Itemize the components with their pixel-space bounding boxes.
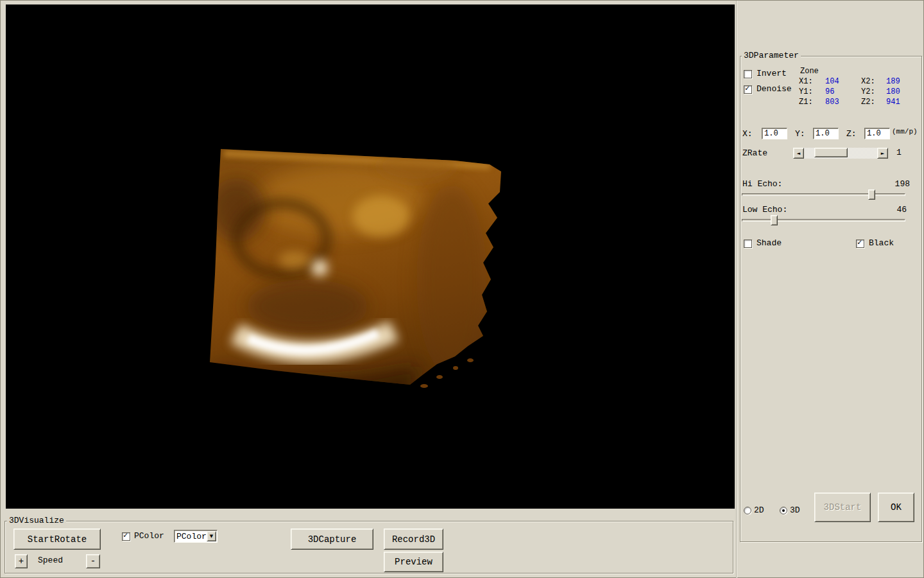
pcolor-dropdown-value: PColor <box>175 532 207 541</box>
zrate-scrollbar[interactable]: ◄ ► <box>793 148 888 159</box>
3dcapture-button[interactable]: 3DCapture <box>291 529 373 550</box>
mode-2d-radio[interactable] <box>744 507 751 514</box>
low-echo-value: 46 <box>886 206 907 215</box>
panel-divider <box>736 1 737 578</box>
hi-echo-label: Hi Echo: <box>742 180 782 189</box>
zrate-right-arrow-button[interactable]: ► <box>877 148 888 159</box>
zone-z1-label: Z1: <box>799 98 813 107</box>
ultrasound-volume-render <box>6 4 735 509</box>
zone-title: Zone <box>800 67 819 76</box>
parameter-group-title: 3DParameter <box>742 51 801 60</box>
pcolor-dropdown[interactable]: PColor ▼ <box>174 530 218 543</box>
ok-button[interactable]: OK <box>878 493 914 522</box>
visualize-group-title: 3DVisualize <box>7 516 66 525</box>
invert-checkbox[interactable] <box>744 70 752 78</box>
3d-viewport[interactable] <box>6 4 735 509</box>
check-icon: ✓ <box>745 84 749 93</box>
zrate-value: 1 <box>896 148 902 157</box>
denoise-checkbox[interactable]: ✓ <box>744 85 752 94</box>
low-echo-label: Low Echo: <box>742 206 787 215</box>
zrate-track[interactable] <box>804 148 877 159</box>
zone-z2-value: 941 <box>886 98 900 107</box>
zone-z1-value: 803 <box>825 98 839 107</box>
left-arrow-icon: ◄ <box>797 151 800 156</box>
x-scale-label: X: <box>742 130 753 139</box>
zone-x1-value: 104 <box>825 77 839 86</box>
zrate-left-arrow-button[interactable]: ◄ <box>793 148 804 159</box>
right-arrow-icon: ► <box>881 151 884 156</box>
mode-2d-label: 2D <box>754 506 764 515</box>
mode-3d-label: 3D <box>790 506 800 515</box>
invert-label: Invert <box>757 69 787 78</box>
app-window: 3DParameter Invert ✓ Denoise Zone X1: 10… <box>0 0 924 578</box>
scale-unit-label: (mm/p) <box>892 127 918 136</box>
zone-y2-label: Y2: <box>861 87 875 96</box>
hi-echo-thumb[interactable] <box>868 189 875 200</box>
shade-checkbox[interactable] <box>744 240 752 248</box>
pcolor-checkbox-label: PColor <box>134 532 164 541</box>
check-icon: ✓ <box>123 531 128 540</box>
mode-3d-radio[interactable] <box>780 507 787 514</box>
y-scale-input[interactable] <box>813 128 839 139</box>
zone-x1-label: X1: <box>799 77 813 86</box>
zone-y2-value: 180 <box>886 87 900 96</box>
low-echo-thumb[interactable] <box>771 215 778 225</box>
shade-label: Shade <box>757 239 782 248</box>
chevron-down-icon: ▼ <box>210 534 213 539</box>
dropdown-arrow-button[interactable]: ▼ <box>207 531 216 541</box>
record3d-button[interactable]: Record3D <box>384 529 443 550</box>
z-scale-label: Z: <box>846 130 857 139</box>
zone-x2-value: 189 <box>886 77 900 86</box>
zone-y1-value: 96 <box>825 87 834 96</box>
denoise-label: Denoise <box>757 85 792 94</box>
zrate-label: ZRate <box>742 149 767 158</box>
hi-echo-value: 198 <box>886 180 910 189</box>
x-scale-input[interactable] <box>762 128 787 139</box>
zone-x2-label: X2: <box>861 77 875 86</box>
check-icon: ✓ <box>857 238 862 247</box>
preview-button[interactable]: Preview <box>384 552 443 572</box>
black-label: Black <box>869 239 894 248</box>
zrate-thumb[interactable] <box>814 148 848 157</box>
zone-y1-label: Y1: <box>799 87 813 96</box>
speed-plus-button[interactable]: + <box>15 554 28 568</box>
z-scale-input[interactable] <box>864 128 890 139</box>
low-echo-track[interactable] <box>742 219 905 222</box>
hi-echo-track[interactable] <box>742 193 905 196</box>
3dstart-button[interactable]: 3DStart <box>814 493 871 522</box>
speed-label: Speed <box>38 556 63 565</box>
black-checkbox[interactable]: ✓ <box>856 240 864 248</box>
start-rotate-button[interactable]: StartRotate <box>13 529 101 550</box>
zone-z2-label: Z2: <box>861 98 875 107</box>
speed-minus-button[interactable]: - <box>86 554 100 568</box>
y-scale-label: Y: <box>795 130 805 139</box>
pcolor-checkbox[interactable]: ✓ <box>122 532 130 541</box>
